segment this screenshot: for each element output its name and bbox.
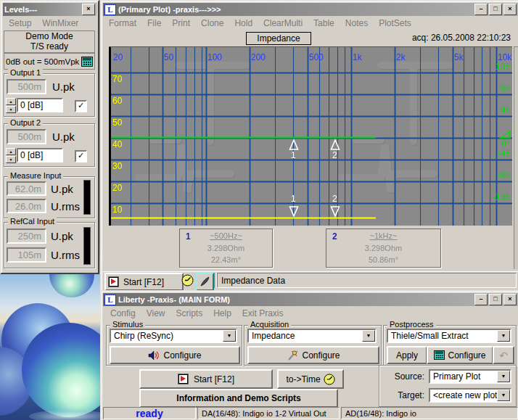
measure-input-group: Measure Input 62.0m U.pk 26.0m U.rms — [4, 176, 95, 218]
refcal-input-group: RefCal Input 250m U.pk 105m U.rms — [4, 222, 95, 268]
close-icon[interactable] — [82, 4, 95, 15]
spin-down-icon[interactable] — [6, 106, 16, 113]
menu-scripts[interactable]: Scripts — [176, 308, 202, 318]
postprocess-configure-label: Configure — [448, 350, 485, 361]
postprocess-configure-button[interactable]: Configure — [427, 346, 493, 364]
output1-gain-spinner[interactable] — [6, 98, 16, 113]
close-icon[interactable] — [503, 294, 517, 305]
acquisition-timestamp: acq: 26.05.2008 22:10:23 — [412, 33, 511, 43]
cursor2-magnitude: 3.298Ohm — [326, 244, 440, 252]
output1-gain-input[interactable]: 0 [dB] — [17, 98, 63, 112]
menu-print[interactable]: Print — [172, 18, 190, 28]
minimize-icon[interactable] — [474, 294, 488, 305]
menu-config[interactable]: Config — [110, 308, 136, 318]
main-start-button[interactable]: Start [F12] — [139, 369, 273, 389]
menu-help[interactable]: Help — [213, 308, 231, 318]
apply-button[interactable]: Apply — [387, 346, 427, 364]
output2-gain-spinner[interactable] — [6, 148, 16, 163]
output2-unit: U.pk — [52, 131, 75, 143]
stimulus-configure-button[interactable]: Configure — [110, 346, 240, 364]
chevron-down-icon[interactable] — [223, 330, 236, 342]
menu-exit-praxis[interactable]: Exit Praxis — [242, 308, 284, 318]
undo-button[interactable]: ↶ — [493, 346, 514, 364]
deg-tick-label: 45 — [501, 105, 510, 115]
menu-file[interactable]: File — [147, 18, 161, 28]
output1-enable-checkbox[interactable] — [75, 100, 87, 112]
menu-hold[interactable]: Hold — [234, 18, 252, 28]
menu-clone[interactable]: Clone — [201, 18, 223, 28]
menu-table[interactable]: Table — [313, 18, 334, 28]
to-time-label: to->Time — [286, 374, 320, 384]
refcal-level-meter — [83, 227, 91, 265]
ready-status: ready — [103, 407, 196, 419]
calculator-icon[interactable] — [81, 57, 93, 67]
ohm-tick-label: 40 — [112, 139, 122, 149]
menu-winmixer[interactable]: WinMixer — [42, 18, 78, 28]
ohm-tick-label: 70 — [112, 74, 122, 84]
output2-gain-input[interactable]: 0 [dB] — [17, 148, 63, 162]
acquisition-configure-button[interactable]: Configure — [247, 346, 379, 364]
levels-titlebar[interactable]: Levels--- — [3, 3, 96, 16]
cursor1-readout: 1 ~500Hz~ 3.298Ohm 22.43m° — [179, 228, 273, 268]
out-level-text: 0dB out = 500mVpk — [4, 57, 81, 66]
y-axis-bar — [109, 47, 111, 226]
impedance-type-label[interactable]: Impedance — [246, 32, 311, 45]
menu-view[interactable]: View — [147, 308, 165, 318]
main-titlebar[interactable]: Liberty -Praxis- (MAIN FORM) — [103, 293, 518, 306]
measure-rms-unit: U.rms — [51, 200, 80, 213]
feather-icon — [200, 276, 210, 287]
acquisition-combo[interactable]: Impedance — [247, 329, 377, 343]
output2-enable-checkbox[interactable] — [75, 150, 87, 162]
chevron-down-icon[interactable] — [497, 371, 510, 382]
menu-plotsets[interactable]: PlotSets — [379, 18, 411, 28]
notes-feather-button[interactable] — [196, 273, 214, 291]
close-icon[interactable] — [503, 4, 517, 15]
info-demo-scripts-button[interactable]: Information and Demo Scripts — [139, 389, 338, 408]
postprocess-combo[interactable]: Thiele/Small Extract — [387, 329, 511, 343]
play-icon — [178, 374, 189, 384]
deg-tick-label: -45 — [498, 149, 510, 159]
cursor1-magnitude: 3.298Ohm — [180, 244, 272, 252]
clock-icon[interactable] — [181, 274, 194, 287]
maximize-icon[interactable] — [489, 294, 502, 305]
minimize-icon[interactable] — [474, 4, 488, 15]
chevron-down-icon[interactable] — [497, 390, 510, 401]
ohm-tick-label: 60 — [112, 96, 122, 106]
ad-status: AD(16/48): Indigo io — [341, 407, 518, 419]
maximize-icon[interactable] — [489, 4, 502, 15]
menu-format[interactable]: Format — [109, 18, 136, 28]
chevron-down-icon[interactable] — [497, 330, 510, 342]
source-target-panel: Source: Primary Plot Target: <create new… — [379, 365, 517, 407]
menu-setup[interactable]: Setup — [9, 18, 31, 28]
plot-titlebar[interactable]: (Primary Plot) -praxis--->>> — [103, 3, 518, 16]
info-demo-scripts-label: Information and Demo Scripts — [176, 393, 300, 403]
plot-start-button[interactable]: Start [F12] — [104, 273, 184, 291]
speaker-icon — [148, 350, 160, 361]
impedance-plot-area[interactable]: 20 50 100 200 500 1k 2k 5k 10k 70 60 50 … — [109, 46, 512, 226]
spin-up-icon[interactable] — [6, 148, 16, 155]
menu-notes[interactable]: Notes — [345, 18, 368, 28]
cursor1-top-number: 1 — [291, 150, 296, 160]
output1-unit: U.pk — [52, 81, 75, 93]
to-time-button[interactable]: to->Time — [277, 369, 344, 389]
output1-group: Output 1 500m U.pk 0 [dB] — [4, 73, 95, 117]
measure-rms-field: 26.0m — [7, 199, 46, 213]
ad-status-text: AD(16/48): Indigo io — [345, 409, 416, 418]
target-combo[interactable]: <create new plot> — [429, 388, 511, 403]
ohm-tick-label: 20 — [112, 183, 122, 193]
source-combo[interactable]: Primary Plot — [429, 369, 511, 384]
postprocess-group: Postprocess Thiele/Small Extract Apply C… — [383, 325, 517, 366]
target-value: <create new plot> — [433, 390, 497, 400]
plot-data-status: Impedance Data — [217, 273, 517, 288]
microphone-icon — [287, 350, 298, 361]
spin-down-icon[interactable] — [6, 156, 16, 163]
measure-pk-field: 62.0m — [7, 181, 46, 196]
menu-clearmulti[interactable]: ClearMulti — [263, 18, 303, 28]
stimulus-combo[interactable]: Chirp (ReSync) — [110, 329, 237, 343]
chevron-down-icon[interactable] — [362, 330, 375, 342]
da-status: DA(16/48): Indigo io 1-2 Virtual Out — [197, 407, 340, 419]
cursor2-freq: ~1kHz~ — [326, 231, 440, 240]
cursor2-phase: 50.86m° — [326, 255, 440, 264]
freq-tick-label: 200 — [251, 52, 266, 62]
spin-up-icon[interactable] — [6, 98, 16, 105]
